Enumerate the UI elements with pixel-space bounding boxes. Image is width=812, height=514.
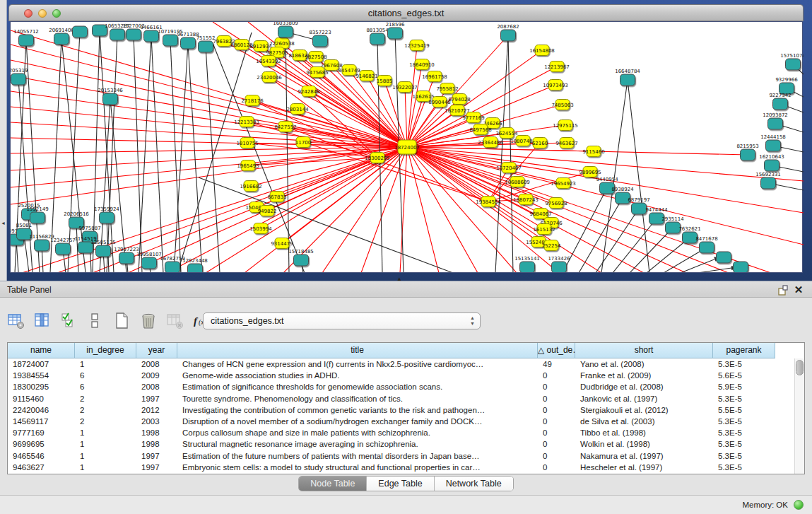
table-mode-icon[interactable]: [7, 312, 25, 330]
network-node[interactable]: 16210643: [759, 154, 784, 172]
network-edge[interactable]: [495, 35, 508, 272]
network-node[interactable]: 17957223: [114, 247, 139, 264]
table-selector-dropdown[interactable]: citations_edges.txt ▲▼: [203, 313, 481, 329]
column-header-pagerank[interactable]: pagerank: [713, 343, 775, 358]
network-node[interactable]: 19654923: [551, 178, 576, 189]
network-node[interactable]: 6794028: [448, 94, 470, 105]
clear-selection-icon[interactable]: [86, 312, 105, 330]
table-row[interactable]: 2242004622012Investigating the contribut…: [8, 404, 794, 416]
network-edge[interactable]: [177, 33, 252, 272]
column-header-in_degree[interactable]: in_degree: [75, 343, 136, 358]
network-node[interactable]: 23420046: [257, 72, 282, 83]
tab-edge-table[interactable]: Edge Table: [367, 477, 434, 491]
network-node[interactable]: 9756928: [545, 198, 567, 209]
network-node[interactable]: 12923448: [182, 258, 208, 273]
network-edge[interactable]: [613, 218, 657, 272]
scrollbar-thumb[interactable]: [796, 360, 804, 375]
column-header-name[interactable]: name: [8, 343, 75, 358]
network-node[interactable]: 12975115: [553, 120, 578, 131]
network-node[interactable]: 7955812: [436, 83, 458, 94]
column-header-year[interactable]: year: [136, 343, 177, 358]
table-row[interactable]: 977716911998Corpus callosum shape and si…: [8, 427, 794, 438]
network-node[interactable]: 1810755: [236, 138, 258, 148]
network-edge[interactable]: [11, 76, 407, 147]
network-node[interactable]: 15692331: [755, 172, 781, 189]
network-node[interactable]: 18640910: [409, 59, 435, 70]
network-node[interactable]: 12213967: [544, 62, 570, 72]
network-node[interactable]: 1592149: [26, 206, 48, 224]
network-node[interactable]: 8813054: [366, 28, 389, 45]
network-node[interactable]: 16961758: [422, 71, 447, 82]
network-node[interactable]: 8357223: [309, 30, 331, 47]
network-node[interactable]: 12093872: [763, 112, 788, 130]
column-header-out_de[interactable]: △ out_de…: [538, 343, 575, 358]
network-edge[interactable]: [247, 122, 377, 158]
network-node[interactable]: 16782759: [160, 256, 185, 273]
network-edge[interactable]: [286, 32, 289, 272]
network-node[interactable]: 11700: [295, 137, 311, 148]
network-node[interactable]: 3624554: [495, 128, 518, 139]
network-edge[interactable]: [407, 64, 422, 147]
table-row[interactable]: 946554611997Estimation of the future num…: [8, 450, 794, 462]
delete-table-icon[interactable]: [166, 312, 184, 330]
network-node[interactable]: 9899695: [579, 167, 601, 177]
network-graph[interactable]: 1872400719384554183002957963822886012889…: [11, 22, 804, 272]
network-node[interactable]: 17359924: [94, 206, 119, 224]
network-edge[interactable]: [407, 147, 556, 203]
tab-node-table[interactable]: Node Table: [299, 477, 367, 491]
network-canvas[interactable]: 1872400719384554183002957963822886012889…: [10, 21, 803, 273]
network-edge[interactable]: [139, 36, 151, 272]
new-column-icon[interactable]: [113, 312, 131, 330]
network-view-window[interactable]: citations_edges.txt 18724007193845541830…: [8, 4, 804, 277]
network-node[interactable]: 19322037: [392, 82, 418, 93]
network-node[interactable]: 218596: [386, 22, 405, 39]
table-row[interactable]: 1938455462009Genome-wide association stu…: [8, 370, 794, 381]
network-edge[interactable]: [11, 147, 407, 204]
close-panel-button[interactable]: ✕: [792, 284, 805, 296]
network-node[interactable]: 12444158: [760, 134, 786, 152]
network-node[interactable]: 23364486: [478, 137, 503, 148]
network-node[interactable]: 16154808: [529, 45, 555, 56]
network-node[interactable]: 15885: [377, 76, 392, 86]
delete-columns-icon[interactable]: [139, 312, 158, 330]
select-all-icon[interactable]: [60, 312, 78, 330]
network-node[interactable]: 20153346: [98, 88, 123, 105]
float-panel-button[interactable]: [777, 284, 789, 296]
network-node[interactable]: 9227342: [769, 93, 791, 110]
network-edge[interactable]: [22, 147, 407, 272]
table-row[interactable]: 1456911722003Disruption of a novel membe…: [8, 416, 794, 427]
network-node[interactable]: [717, 252, 731, 263]
network-node[interactable]: 16648784: [615, 69, 640, 86]
network-edge[interactable]: [199, 177, 453, 272]
table-row[interactable]: 1872400712008Changes of HCN gene express…: [8, 358, 794, 370]
network-edge[interactable]: [407, 147, 729, 272]
table-row[interactable]: 1830029562008Estimation of significance …: [8, 381, 794, 392]
network-node[interactable]: 12325419: [404, 40, 430, 51]
network-node[interactable]: 18724007: [394, 140, 420, 154]
collapse-panel-arrow-icon[interactable]: ◄: [1, 221, 6, 226]
network-node[interactable]: 252254: [542, 240, 561, 251]
network-node[interactable]: 7485063: [551, 100, 573, 110]
network-edge[interactable]: [167, 147, 407, 272]
column-header-title[interactable]: title: [177, 343, 538, 358]
network-node[interactable]: 949822: [258, 206, 277, 216]
network-node[interactable]: 205319: [11, 68, 28, 86]
network-edge[interactable]: [188, 43, 202, 272]
network-node[interactable]: 9115460: [582, 146, 604, 157]
network-node[interactable]: 19958107: [136, 252, 162, 269]
network-edge[interactable]: [407, 147, 544, 229]
network-node[interactable]: 1503994: [249, 223, 272, 234]
network-edge[interactable]: [628, 80, 649, 272]
table-vertical-scrollbar[interactable]: [794, 358, 804, 474]
column-header-short[interactable]: short: [575, 343, 713, 358]
network-node[interactable]: 2087682: [497, 24, 519, 42]
table-row[interactable]: 911546021997Tourette syndrome. Phenomeno…: [8, 393, 794, 404]
table-row[interactable]: 969969511998Structural magnetic resonanc…: [8, 438, 794, 450]
tab-network-table[interactable]: Network Table: [435, 477, 513, 491]
network-node[interactable]: 16210727: [445, 105, 470, 116]
network-node[interactable]: 751552: [196, 35, 216, 53]
network-node[interactable]: 62160: [532, 138, 548, 148]
network-node[interactable]: 15718485: [288, 249, 314, 267]
network-node[interactable]: 8215953: [736, 144, 758, 161]
network-edge[interactable]: [286, 127, 488, 201]
